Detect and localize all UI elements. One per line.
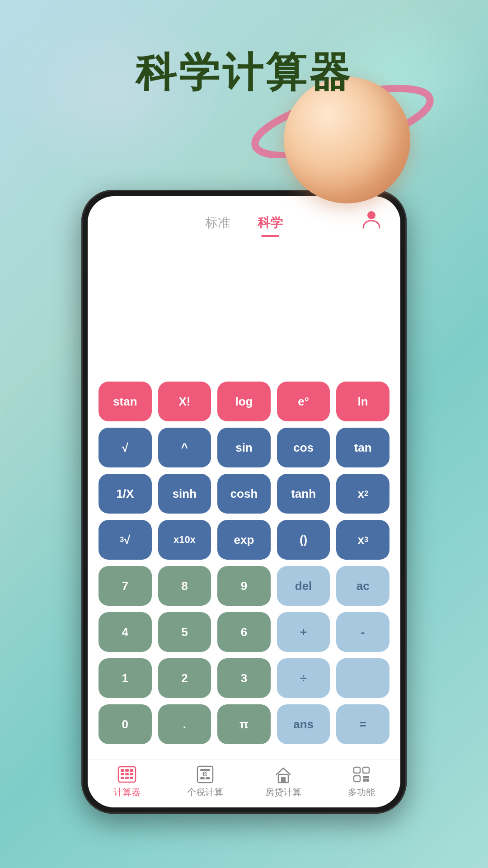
equals-btn[interactable]: =	[336, 704, 389, 744]
display-area	[88, 240, 400, 377]
calc-nav-label: 计算器	[113, 786, 141, 798]
app-title: 科学计算器	[0, 45, 488, 100]
phone-screen: 标准 科学 stan X! log	[88, 196, 400, 807]
btn-row-7: 1 2 3 ÷	[99, 658, 389, 698]
bottom-nav: 计算器 税 个税计算	[88, 760, 400, 807]
mortgage-nav-icon	[272, 765, 294, 783]
paren-btn[interactable]: ()	[277, 520, 330, 560]
eight-btn[interactable]: 8	[158, 566, 211, 606]
six-btn[interactable]: 6	[217, 612, 271, 652]
svg-rect-10	[125, 777, 129, 779]
multiply-btn[interactable]	[336, 658, 389, 698]
phone-frame: 标准 科学 stan X! log	[81, 190, 407, 814]
svg-rect-25	[366, 779, 369, 782]
svg-rect-21	[354, 776, 360, 782]
mortgage-nav[interactable]: 房贷计算	[244, 765, 322, 798]
svg-rect-8	[130, 773, 133, 775]
four-btn[interactable]: 4	[99, 612, 152, 652]
cube-btn[interactable]: x3	[336, 520, 389, 560]
sqrt-btn[interactable]: √	[99, 428, 152, 467]
ans-btn[interactable]: ans	[277, 704, 330, 744]
tan-btn[interactable]: tan	[336, 428, 389, 467]
stan-btn[interactable]: stan	[99, 382, 152, 421]
exp-btn[interactable]: exp	[217, 520, 271, 560]
svg-rect-22	[363, 776, 366, 778]
multifunc-nav-icon	[351, 765, 372, 783]
tab-standard[interactable]: 标准	[192, 211, 244, 235]
svg-rect-24	[363, 779, 366, 782]
btn-row-5: 7 8 9 del ac	[99, 566, 389, 606]
multifunc-nav-label: 多功能	[348, 786, 375, 798]
cos-btn[interactable]: cos	[277, 428, 330, 467]
reciprocal-btn[interactable]: 1/X	[99, 474, 152, 514]
svg-rect-20	[363, 767, 369, 773]
cbrt-btn[interactable]: 3√	[99, 520, 152, 560]
cosh-btn[interactable]: cosh	[217, 474, 271, 514]
seven-btn[interactable]: 7	[99, 566, 152, 606]
btn-row-4: 3√ x10x exp () x3	[99, 520, 389, 560]
btn-row-8: 0 . π ans =	[99, 704, 389, 744]
sin-btn[interactable]: sin	[217, 428, 271, 467]
svg-rect-3	[121, 769, 124, 772]
svg-rect-4	[125, 769, 129, 772]
svg-rect-23	[366, 776, 369, 778]
tanh-btn[interactable]: tanh	[277, 474, 330, 514]
svg-rect-5	[130, 769, 133, 772]
nine-btn[interactable]: 9	[217, 566, 271, 606]
svg-text:税: 税	[202, 771, 207, 776]
svg-rect-15	[200, 777, 205, 779]
factorial-btn[interactable]: X!	[158, 382, 211, 421]
x10x-btn[interactable]: x10x	[158, 520, 211, 560]
del-btn[interactable]: del	[277, 566, 330, 606]
btn-row-3: 1/X sinh cosh tanh x2	[99, 474, 389, 514]
minus-btn[interactable]: -	[336, 612, 389, 652]
btn-row-2: √ ^ sin cos tan	[99, 428, 389, 467]
svg-rect-18	[281, 777, 286, 783]
svg-rect-6	[121, 773, 124, 775]
calculator-area: stan X! log e° ln √ ^ sin cos tan 1/X	[88, 377, 400, 760]
two-btn[interactable]: 2	[158, 658, 211, 698]
svg-rect-19	[354, 767, 360, 773]
calc-nav[interactable]: 计算器	[88, 765, 166, 798]
zero-btn[interactable]: 0	[99, 704, 152, 744]
calc-nav-icon	[116, 765, 138, 783]
one-btn[interactable]: 1	[99, 658, 152, 698]
dot-btn[interactable]: .	[158, 704, 211, 744]
three-btn[interactable]: 3	[217, 658, 271, 698]
pi-btn[interactable]: π	[217, 704, 271, 744]
tax-nav-label: 个税计算	[187, 786, 223, 798]
svg-rect-11	[130, 777, 133, 779]
e-degree-btn[interactable]: e°	[277, 382, 330, 421]
sinh-btn[interactable]: sinh	[158, 474, 211, 514]
divide-btn[interactable]: ÷	[277, 658, 330, 698]
tax-nav-icon: 税	[194, 765, 216, 783]
svg-rect-9	[121, 777, 124, 779]
tax-nav[interactable]: 税 个税计算	[166, 765, 244, 798]
five-btn[interactable]: 5	[158, 612, 211, 652]
ac-btn[interactable]: ac	[336, 566, 389, 606]
ln-btn[interactable]: ln	[336, 382, 389, 421]
svg-rect-16	[206, 777, 210, 779]
multifunc-nav[interactable]: 多功能	[322, 765, 400, 798]
btn-row-6: 4 5 6 + -	[99, 612, 389, 652]
power-btn[interactable]: ^	[158, 428, 211, 467]
square-btn[interactable]: x2	[336, 474, 389, 514]
mortgage-nav-label: 房贷计算	[265, 786, 301, 798]
btn-row-1: stan X! log e° ln	[99, 382, 389, 421]
plus-btn[interactable]: +	[277, 612, 330, 652]
svg-rect-7	[125, 773, 129, 775]
log-btn[interactable]: log	[217, 382, 271, 421]
